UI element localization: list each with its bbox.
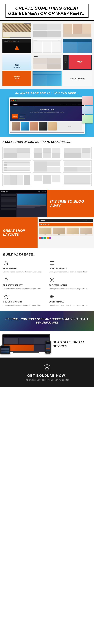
customizable-desc: Lorem ipsum dolor coertura labore et mag…	[49, 304, 88, 306]
build-section: BUILD WITH EASE... FREE PLUGINS Lorem ip…	[0, 248, 94, 311]
one-click-import-desc: Lorem ipsum dolor coertura labore et mag…	[3, 304, 42, 306]
free-plugins-icon	[3, 260, 9, 266]
portfolio-style-5[interactable]	[33, 160, 61, 172]
svg-point-2	[6, 263, 6, 264]
color-swatch-blue	[41, 237, 44, 239]
blog-section: BOLDLAB BLOG HOME BLOG ABOUT	[0, 190, 94, 218]
portfolio-style-9[interactable]	[63, 174, 92, 186]
inner-page-mockup: BOLDLAB HOME PORTFOLIO BLOG SHOP CONTACT…	[9, 98, 85, 134]
one-click-import-title: ONE-CLICK IMPORT	[3, 301, 22, 303]
shop-products-grid: $29 $35 $42 $55	[39, 227, 93, 236]
demo-item-5[interactable]	[32, 39, 61, 53]
cta-logo	[43, 364, 51, 371]
great-elements-desc: Lorem ipsum dolor coertura labore et mag…	[49, 271, 88, 273]
shop-title: GREAT SHOP LAYOUTS	[3, 229, 34, 237]
powerful-admin-icon	[49, 277, 55, 283]
customizable-icon	[49, 294, 55, 300]
shop-orange-banner: GREAT SHOP LAYOUTS	[0, 218, 38, 248]
portfolio-title: A COLLECTION OF DISTINCT PORTFOLIO STYLE…	[2, 140, 92, 144]
inner-page-title: AN INNER PAGE FOR ALL YOU CAN NEED...	[2, 92, 92, 95]
demo-item-coming-soon[interactable]: COMINGSOON	[2, 71, 31, 86]
feature-friendly-support: FRIENDLY SUPPORT Lorem ipsum dolor coert…	[3, 277, 45, 290]
blog-preview: BOLDLAB BLOG HOME BLOG ABOUT	[0, 190, 47, 218]
cta-section: GET BOLDLAB NOW! The creative your agenc…	[0, 358, 94, 387]
feature-one-click-import: ONE-CLICK IMPORT Lorem ipsum dolor coert…	[3, 294, 45, 306]
customizable-title: CUSTOMIZABLE	[49, 301, 64, 303]
portfolio-style-1[interactable]	[2, 147, 31, 159]
cta-title: GET BOLDLAB NOW!	[3, 374, 91, 378]
svg-rect-4	[50, 261, 54, 262]
friendly-support-icon	[3, 277, 9, 283]
free-plugins-desc: Lorem ipsum dolor coertura labore et mag…	[3, 271, 42, 273]
hero-headline: CREATE SOMETHING GREAT USE ELEMENTOR OR …	[6, 4, 88, 18]
inner-page-section: AN INNER PAGE FOR ALL YOU CAN NEED... BO…	[0, 89, 94, 137]
svg-point-15	[52, 296, 52, 297]
color-swatch-purple	[49, 237, 51, 239]
great-elements-icon	[49, 260, 55, 266]
feature-customizable: CUSTOMIZABLE Lorem ipsum dolor coertura …	[49, 294, 91, 306]
hero-section: CREATE SOMETHING GREAT USE ELEMENTOR OR …	[0, 0, 94, 21]
friendly-support-desc: Lorem ipsum dolor coertura labore et mag…	[3, 288, 42, 290]
demo-item-11[interactable]	[32, 71, 61, 86]
portfolio-section: A COLLECTION OF DISTINCT PORTFOLIO STYLE…	[0, 137, 94, 190]
shop-product-2[interactable]: $35	[52, 227, 66, 236]
shop-color-row	[39, 237, 93, 239]
color-swatch-yellow	[46, 237, 49, 239]
shop-section: GREAT SHOP LAYOUTS BOLDLAB HOME SHOP CAR…	[0, 218, 94, 248]
devices-text: BEAUTIFUL ON ALL DEVICES	[52, 340, 92, 348]
svg-marker-18	[46, 366, 48, 368]
portfolio-style-7[interactable]	[2, 174, 31, 186]
powerful-admin-title: POWERFUL ADMIN	[49, 284, 67, 286]
demo-item-1[interactable]	[2, 23, 31, 38]
friendly-support-title: FRIENDLY SUPPORT	[3, 284, 22, 286]
portfolio-style-2[interactable]	[33, 147, 61, 159]
feature-free-plugins: FREE PLUGINS Lorem ipsum dolor coertura …	[3, 260, 45, 273]
shop-product-1[interactable]: $29	[39, 227, 52, 236]
shop-product-4[interactable]: $55	[80, 227, 93, 236]
blog-orange-banner: IT'S TIME TO BLOG AWAY	[47, 190, 94, 218]
feature-great-elements: GREAT ELEMENTS Lorem ipsum dolor coertur…	[49, 260, 91, 273]
demo-item-ice-here[interactable]: ICEHERE	[2, 54, 31, 70]
great-elements-title: GREAT ELEMENTS	[49, 268, 67, 270]
demo-item-2[interactable]	[32, 23, 61, 38]
shop-product-3[interactable]: $42	[66, 227, 79, 236]
devices-title: BEAUTIFUL ON ALL DEVICES	[52, 340, 92, 348]
color-swatch-green	[44, 237, 46, 239]
demos-grid: DESIGN. LOGO. ILLUSTRAT.	[2, 23, 92, 86]
demo-item-3[interactable]	[63, 23, 92, 38]
shop-preview: BOLDLAB HOME SHOP CART NEW COLLECTION $2…	[38, 218, 94, 248]
demo-item-6[interactable]	[63, 39, 92, 53]
portfolio-style-8[interactable]	[33, 174, 61, 186]
devices-mockup: BOLDLAB	[2, 334, 50, 354]
features-grid: FREE PLUGINS Lorem ipsum dolor coertura …	[3, 260, 91, 306]
demo-item-8[interactable]	[32, 54, 61, 70]
svg-point-10	[51, 279, 52, 280]
demo-item-9[interactable]: MOBILEAPP	[63, 54, 92, 70]
feature-powerful-admin: POWERFUL ADMIN Lorem ipsum dolor coertur…	[49, 277, 91, 290]
no-coding-title: IT'S TRUE - YOU DON'T NEED ANY CODING SK…	[3, 318, 91, 324]
more-label: + MANY MORE	[70, 78, 85, 80]
portfolio-style-4[interactable]	[2, 160, 31, 172]
free-plugins-title: FREE PLUGINS	[3, 268, 18, 270]
portfolio-style-6[interactable]	[63, 160, 92, 172]
build-title: BUILD WITH EASE...	[3, 252, 91, 256]
svg-point-9	[6, 280, 6, 281]
color-swatch-red	[39, 237, 41, 239]
svg-marker-11	[4, 294, 8, 299]
one-click-import-icon	[3, 294, 9, 300]
demo-item-more[interactable]: + MANY MORE	[63, 71, 92, 86]
portfolio-styles-grid	[2, 147, 92, 186]
no-coding-section: IT'S TRUE - YOU DON'T NEED ANY CODING SK…	[0, 311, 94, 331]
demos-section: DESIGN. LOGO. ILLUSTRAT.	[0, 21, 94, 89]
devices-section: BOLDLAB	[0, 331, 94, 358]
demo-item-4[interactable]: DESIGN. LOGO. ILLUSTRAT.	[2, 39, 31, 53]
powerful-admin-desc: Lorem ipsum dolor coertura labore et mag…	[49, 288, 88, 290]
cta-subtitle: The creative your agency has been waitin…	[3, 379, 91, 381]
blog-title: IT'S TIME TO BLOG AWAY	[50, 199, 91, 208]
shop-logo: BOLDLAB	[40, 220, 45, 221]
portfolio-style-3[interactable]	[63, 147, 92, 159]
